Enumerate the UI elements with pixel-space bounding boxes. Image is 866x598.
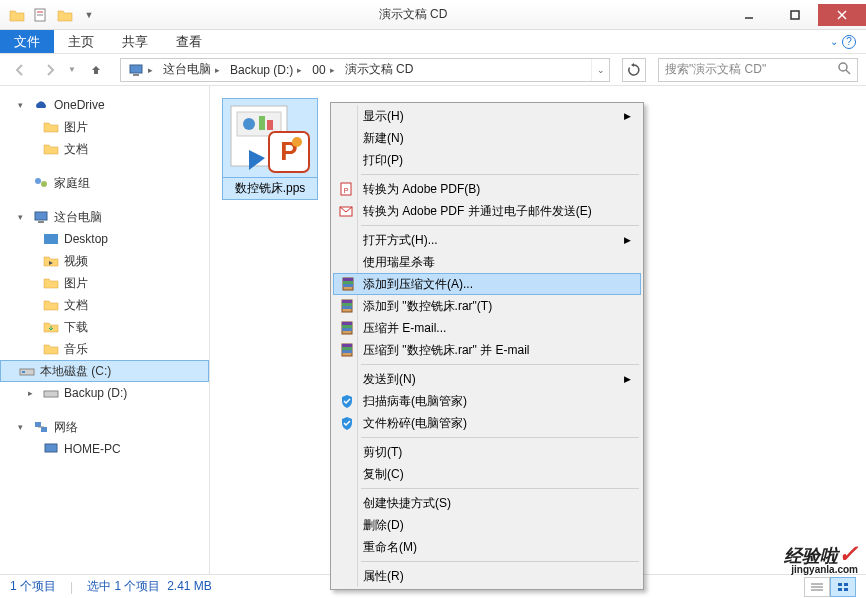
menu-item-label: 扫描病毒(电脑管家)	[363, 393, 467, 410]
network-icon	[32, 419, 50, 435]
sidebar-item[interactable]: 文档	[0, 294, 209, 316]
properties-icon[interactable]	[30, 4, 52, 26]
menu-separator	[361, 437, 639, 438]
context-menu-item[interactable]: 显示(H)▶	[333, 105, 641, 127]
sidebar-item-network[interactable]: ▾网络	[0, 416, 209, 438]
submenu-arrow-icon: ▶	[624, 111, 631, 121]
context-menu-item[interactable]: 重命名(M)	[333, 536, 641, 558]
sidebar-item[interactable]: 图片	[0, 116, 209, 138]
context-menu-item[interactable]: 打印(P)	[333, 149, 641, 171]
menu-separator	[361, 174, 639, 175]
context-menu-item[interactable]: 复制(C)	[333, 463, 641, 485]
menu-separator	[361, 225, 639, 226]
svg-rect-41	[342, 306, 352, 309]
tab-home[interactable]: 主页	[54, 30, 108, 53]
sidebar-item[interactable]: 视频	[0, 250, 209, 272]
window-title: 演示文稿 CD	[100, 6, 726, 23]
new-folder-icon[interactable]	[54, 4, 76, 26]
search-icon[interactable]	[837, 61, 851, 78]
context-menu-item[interactable]: 压缩并 E-mail...	[333, 317, 641, 339]
context-menu-item[interactable]: 添加到 "数控铣床.rar"(T)	[333, 295, 641, 317]
svg-rect-22	[45, 444, 57, 452]
shield-icon	[338, 414, 356, 432]
folder-icon	[42, 119, 60, 135]
icons-view-button[interactable]	[830, 577, 856, 597]
context-menu-item[interactable]: 使用瑞星杀毒	[333, 251, 641, 273]
context-menu-item[interactable]: 删除(D)	[333, 514, 641, 536]
search-input[interactable]: 搜索"演示文稿 CD"	[658, 58, 858, 82]
window-controls	[726, 4, 866, 26]
pc-icon	[32, 209, 50, 225]
back-button[interactable]	[8, 58, 32, 82]
sidebar-item[interactable]: 文档	[0, 138, 209, 160]
sidebar-item-onedrive[interactable]: ▾OneDrive	[0, 94, 209, 116]
svg-text:P: P	[344, 187, 349, 194]
history-dropdown[interactable]: ▼	[68, 65, 78, 74]
context-menu-item[interactable]: 发送到(N)▶	[333, 368, 641, 390]
svg-rect-8	[133, 74, 139, 76]
file-item[interactable]: P 数控铣床.pps	[222, 98, 318, 200]
close-button[interactable]	[818, 4, 866, 26]
context-menu-item[interactable]: 转换为 Adobe PDF 并通过电子邮件发送(E)	[333, 200, 641, 222]
context-menu-item[interactable]: 文件粉碎(电脑管家)	[333, 412, 641, 434]
maximize-button[interactable]	[772, 4, 818, 26]
context-menu-item[interactable]: 剪切(T)	[333, 441, 641, 463]
svg-rect-27	[267, 120, 273, 130]
context-menu-item[interactable]: 压缩到 "数控铣床.rar" 并 E-mail	[333, 339, 641, 361]
refresh-button[interactable]	[622, 58, 646, 82]
nav-sidebar: ▾OneDrive 图片 文档 家庭组 ▾这台电脑 Desktop 视频 图片 …	[0, 86, 210, 574]
crumb-item[interactable]: 这台电脑▸	[160, 59, 227, 81]
chevron-down-icon[interactable]: ▼	[78, 4, 100, 26]
crumb-item[interactable]: 演示文稿 CD	[342, 59, 417, 81]
sidebar-item[interactable]: 音乐	[0, 338, 209, 360]
svg-rect-56	[844, 588, 848, 591]
sidebar-item[interactable]: HOME-PC	[0, 438, 209, 460]
sidebar-item-homegroup[interactable]: 家庭组	[0, 172, 209, 194]
context-menu-item[interactable]: 新建(N)	[333, 127, 641, 149]
submenu-arrow-icon: ▶	[624, 374, 631, 384]
help-icon[interactable]: ?	[842, 35, 856, 49]
menu-separator	[361, 561, 639, 562]
svg-rect-53	[838, 583, 842, 586]
context-menu-item[interactable]: 添加到压缩文件(A)...	[333, 273, 641, 295]
up-button[interactable]	[84, 58, 108, 82]
forward-button[interactable]	[38, 58, 62, 82]
rar-icon	[339, 275, 357, 293]
sidebar-item-local-disk-c[interactable]: 本地磁盘 (C:)	[0, 360, 209, 382]
drive-icon	[42, 385, 60, 401]
sidebar-item-thispc[interactable]: ▾这台电脑	[0, 206, 209, 228]
sidebar-item-backup-d[interactable]: ▸Backup (D:)	[0, 382, 209, 404]
svg-rect-43	[342, 322, 352, 325]
sidebar-item[interactable]: Desktop	[0, 228, 209, 250]
context-menu-item[interactable]: 创建快捷方式(S)	[333, 492, 641, 514]
ribbon-expand-icon[interactable]: ⌄	[830, 36, 838, 47]
breadcrumb-dropdown[interactable]: ⌄	[591, 59, 609, 81]
svg-rect-44	[342, 325, 352, 328]
context-menu-item[interactable]: 扫描病毒(电脑管家)	[333, 390, 641, 412]
breadcrumb[interactable]: ▸ 这台电脑▸ Backup (D:)▸ 00▸ 演示文稿 CD ⌄	[120, 58, 610, 82]
menu-item-label: 复制(C)	[363, 466, 404, 483]
context-menu-item[interactable]: 属性(R)	[333, 565, 641, 587]
file-thumbnail: P	[222, 98, 318, 178]
menu-item-label: 显示(H)	[363, 108, 404, 125]
pc-icon[interactable]: ▸	[125, 59, 160, 81]
svg-rect-14	[38, 221, 44, 223]
context-menu-item[interactable]: 打开方式(H)...▶	[333, 229, 641, 251]
menu-item-label: 压缩到 "数控铣床.rar" 并 E-mail	[363, 342, 530, 359]
crumb-item[interactable]: 00▸	[309, 59, 341, 81]
crumb-item[interactable]: Backup (D:)▸	[227, 59, 309, 81]
tab-view[interactable]: 查看	[162, 30, 216, 53]
context-menu-item[interactable]: P转换为 Adobe PDF(B)	[333, 178, 641, 200]
tab-file[interactable]: 文件	[0, 30, 54, 53]
svg-rect-54	[844, 583, 848, 586]
sidebar-item[interactable]: 图片	[0, 272, 209, 294]
details-view-button[interactable]	[804, 577, 830, 597]
folder-icon	[6, 4, 28, 26]
tab-share[interactable]: 共享	[108, 30, 162, 53]
video-folder-icon	[42, 253, 60, 269]
menu-item-label: 删除(D)	[363, 517, 404, 534]
minimize-button[interactable]	[726, 4, 772, 26]
sidebar-item[interactable]: 下载	[0, 316, 209, 338]
svg-rect-55	[838, 588, 842, 591]
rar-icon	[338, 319, 356, 337]
